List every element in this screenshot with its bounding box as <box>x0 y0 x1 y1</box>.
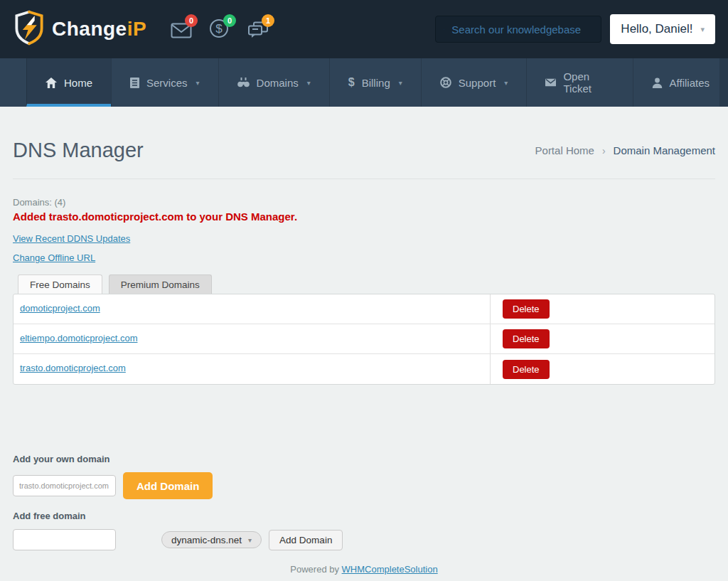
table-row: domoticproject.com Delete <box>14 294 714 324</box>
free-domain-suffix-select[interactable]: dynamic-dns.net ▾ <box>161 531 262 548</box>
nav-item-affiliates[interactable]: Affiliates <box>633 58 728 107</box>
binoculars-icon <box>237 78 250 87</box>
top-header: ChangeiP 0 $ 0 1 <box>0 0 728 58</box>
delete-button[interactable]: Delete <box>503 329 550 348</box>
svg-text:$: $ <box>215 22 223 36</box>
add-own-domain-heading: Add your own domain <box>13 454 715 464</box>
chevron-down-icon: ▾ <box>307 79 311 87</box>
services-icon <box>130 78 139 88</box>
domain-link[interactable]: domoticproject.com <box>20 303 100 314</box>
chevron-down-icon: ▾ <box>248 536 252 544</box>
domain-tabs: Free Domains Premium Domains <box>13 274 715 294</box>
free-domain-input[interactable] <box>13 529 116 550</box>
table-row: trasto.domoticproject.com Delete <box>14 354 714 384</box>
lifering-icon <box>440 77 451 88</box>
domains-count: Domains: (4) <box>13 197 715 208</box>
brand-logo[interactable]: ChangeiP <box>13 10 146 48</box>
search-icon <box>444 23 444 36</box>
dollar-icon[interactable]: $ 0 <box>209 20 230 38</box>
chevron-down-icon: ▾ <box>700 25 705 34</box>
nav-item-support[interactable]: Support▾ <box>421 58 527 107</box>
chevron-down-icon: ▾ <box>399 79 402 87</box>
domain-link[interactable]: eltiempo.domoticproject.com <box>20 333 137 343</box>
domains-table: domoticproject.com Delete eltiempo.domot… <box>13 294 715 385</box>
domain-link[interactable]: trasto.domoticproject.com <box>20 363 126 373</box>
ticket-count-badge: 1 <box>262 14 274 27</box>
nav-item-services[interactable]: Services▾ <box>111 58 218 107</box>
search-input[interactable] <box>451 23 593 36</box>
nav-item-billing[interactable]: $ Billing▾ <box>329 58 421 107</box>
delete-button[interactable]: Delete <box>503 299 550 319</box>
knowledgebase-search[interactable] <box>435 16 601 43</box>
whmcs-link[interactable]: WHMCompleteSolution <box>342 564 438 575</box>
breadcrumb: Portal Home › Domain Management <box>535 144 715 156</box>
page-title: DNS Manager <box>13 139 144 162</box>
person-icon <box>652 78 663 88</box>
tab-premium-domains[interactable]: Premium Domains <box>109 274 212 294</box>
table-row: eltiempo.domoticproject.com Delete <box>14 324 714 354</box>
tab-free-domains[interactable]: Free Domains <box>18 274 102 294</box>
chevron-down-icon: ▾ <box>196 79 200 87</box>
shield-logo-icon <box>13 10 46 48</box>
home-icon <box>46 78 57 88</box>
envelope-icon <box>545 78 556 87</box>
invoice-count-badge: 0 <box>223 14 236 27</box>
delete-button[interactable]: Delete <box>503 360 550 379</box>
own-domain-input[interactable] <box>13 475 116 496</box>
chevron-down-icon: ▾ <box>504 79 508 87</box>
add-free-domain-button[interactable]: Add Domain <box>269 530 343 550</box>
notification-icons: 0 $ 0 1 <box>171 20 269 38</box>
breadcrumb-portal-home[interactable]: Portal Home <box>535 144 594 156</box>
brand-name: ChangeiP <box>52 18 146 41</box>
add-free-domain-heading: Add free domain <box>13 511 715 521</box>
nav-item-home[interactable]: Home <box>26 58 111 107</box>
main-content: DNS Manager Portal Home › Domain Managem… <box>0 139 728 581</box>
dollar-icon: $ <box>348 76 355 89</box>
nav-item-open-ticket[interactable]: Open Ticket <box>526 58 632 107</box>
breadcrumb-separator: › <box>602 145 606 156</box>
envelope-icon[interactable]: 0 <box>171 20 192 38</box>
mail-count-badge: 0 <box>185 14 198 27</box>
user-greeting: Hello, Daniel! <box>621 22 692 36</box>
add-own-domain-button[interactable]: Add Domain <box>123 472 213 499</box>
user-menu-button[interactable]: Hello, Daniel! ▾ <box>610 14 715 44</box>
chat-icon[interactable]: 1 <box>247 20 269 38</box>
powered-by: Powered by WHMCompleteSolution <box>13 564 715 575</box>
nav-item-domains[interactable]: Domains▾ <box>218 58 329 107</box>
nav-right-edge <box>719 58 728 107</box>
breadcrumb-current: Domain Management <box>614 144 715 156</box>
change-offline-url-link[interactable]: Change Offline URL <box>13 252 95 263</box>
title-divider <box>13 178 715 179</box>
domain-added-alert: Added trasto.domoticproject.com to your … <box>13 210 715 223</box>
main-nav: Home Services▾ Domains▾ $ Billing▾ Suppo… <box>0 58 728 107</box>
view-ddns-updates-link[interactable]: View Recent DDNS Updates <box>13 233 130 244</box>
